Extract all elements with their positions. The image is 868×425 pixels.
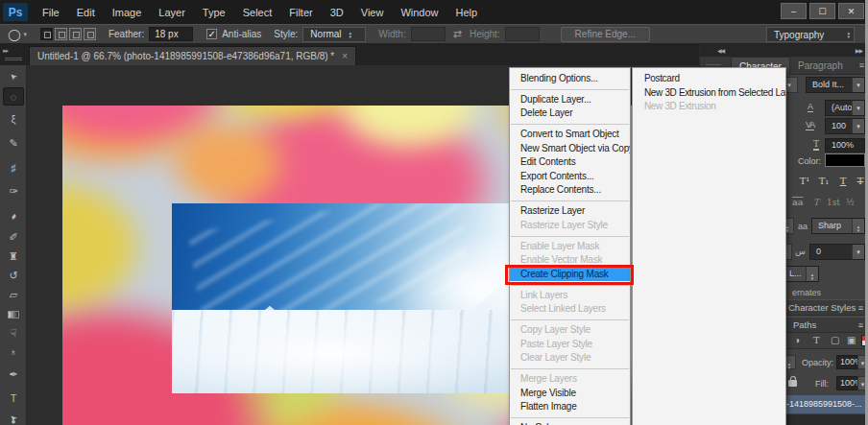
swap-dimensions-icon[interactable]: ⇄ — [453, 28, 462, 40]
panel-menu-icon[interactable]: ≡ — [858, 318, 863, 333]
brush-tool[interactable]: ✐ — [3, 228, 24, 247]
menu-item[interactable]: Blending Options... — [510, 72, 630, 86]
eyedropper-tool[interactable]: ✑ — [3, 182, 24, 201]
dodge-tool[interactable]: ♀ — [3, 343, 24, 362]
menu-type[interactable]: Type — [194, 3, 234, 22]
menu-select[interactable]: Select — [234, 3, 281, 22]
intersect-selection-button[interactable] — [84, 28, 96, 40]
menu-view[interactable]: View — [352, 3, 393, 22]
toolbar-expand-icon[interactable]: ▸▸ — [3, 47, 8, 55]
new-selection-button[interactable] — [40, 28, 53, 40]
middle-east-features-icon: س — [795, 247, 806, 256]
height-input[interactable] — [505, 27, 540, 41]
panel-menu-icon[interactable]: ≡ — [858, 300, 863, 316]
window-controls: – ☐ ✕ — [781, 3, 864, 19]
clone-stamp-tool[interactable]: ♜ — [3, 248, 24, 266]
toolbar-grip[interactable] — [5, 58, 22, 59]
width-label: Width: — [378, 29, 405, 39]
expand-panels-icon[interactable]: ▶▶ — [856, 47, 862, 54]
fractions-button[interactable]: ½ — [846, 198, 855, 207]
menu-item[interactable]: Flatten Image — [510, 400, 630, 414]
width-input[interactable] — [411, 27, 446, 41]
feature-value-dropdown[interactable]: 0 ▾ — [809, 244, 865, 260]
discretionary-ligatures-button[interactable]: T — [813, 198, 819, 207]
menu-bar: File Edit Image Layer Type Select Filter… — [34, 3, 486, 22]
text-color-swatch[interactable] — [825, 153, 865, 167]
language-dropdown[interactable]: L... ▴▾ — [783, 266, 819, 282]
superscript-button[interactable]: T¹ — [796, 175, 813, 188]
add-to-selection-button[interactable] — [55, 28, 67, 40]
eraser-tool[interactable]: ▱ — [3, 286, 24, 304]
anti-alias-dropdown[interactable]: Sharp ▴▾ — [811, 218, 865, 234]
menu-item[interactable]: New Smart Object via Copy — [510, 142, 630, 156]
feather-label: Feather: — [108, 29, 144, 39]
crop-tool[interactable]: ♯ — [3, 158, 24, 177]
minimize-button[interactable]: – — [781, 3, 807, 19]
menu-item[interactable]: Replace Contents... — [510, 183, 630, 198]
menu-image[interactable]: Image — [104, 3, 151, 22]
subscript-button[interactable]: T₁ — [815, 175, 832, 188]
elliptical-marquee-tool[interactable]: ◌ — [3, 87, 24, 106]
refine-edge-button[interactable]: Refine Edge... — [561, 27, 650, 42]
feather-input[interactable]: 18 px — [149, 27, 193, 41]
menu-item[interactable]: New 3D Extrusion from Selected Layer — [633, 86, 785, 101]
tool-preset-picker[interactable]: ◯ ▾ — [8, 28, 27, 41]
adjustment-filter-icon[interactable]: ◑ — [794, 335, 800, 345]
history-brush-tool[interactable]: ↺ — [3, 267, 24, 285]
close-button[interactable]: ✕ — [838, 3, 864, 19]
type-filter-icon[interactable]: T — [813, 335, 820, 345]
workspace-switcher[interactable]: Typography ▴▾ — [766, 27, 855, 42]
menu-item[interactable]: Duplicate Layer... — [510, 93, 630, 107]
menu-edit[interactable]: Edit — [68, 3, 104, 22]
anti-alias-icon: aa — [798, 222, 808, 231]
opacity-input[interactable]: 100% — [836, 355, 857, 369]
menu-item[interactable]: Postcard — [633, 72, 785, 86]
ligatures-button[interactable]: aa — [792, 198, 804, 207]
menu-item[interactable]: Export Contents... — [510, 170, 630, 184]
ellipse-shape-tool[interactable]: ● — [3, 413, 24, 425]
quick-selection-tool[interactable]: ✎ — [3, 134, 24, 153]
menu-item[interactable]: Rasterize Layer — [510, 204, 630, 219]
menu-3d[interactable]: 3D — [322, 3, 352, 22]
menu-item[interactable]: Convert to Smart Object — [510, 128, 630, 142]
ordinals-button[interactable]: 1st — [827, 198, 840, 207]
fill-input[interactable]: 100% — [836, 376, 857, 390]
move-tool[interactable]: ➤ — [3, 67, 24, 85]
collapse-panels-icon[interactable]: ◀◀ — [717, 47, 724, 54]
smudge-tool[interactable]: ☟ — [3, 324, 24, 342]
lasso-tool[interactable]: ξ — [3, 109, 24, 128]
marquee-preset-icon: ◯ — [8, 28, 20, 41]
menu-item[interactable]: No Color — [510, 421, 630, 425]
menu-layer[interactable]: Layer — [150, 3, 194, 22]
vertical-scale-input[interactable]: 100% — [825, 138, 865, 153]
lock-icon[interactable] — [788, 380, 797, 387]
tracking-dropdown[interactable]: 100 ▾ — [825, 118, 865, 134]
restore-button[interactable]: ☐ — [809, 3, 835, 19]
font-style-dropdown[interactable]: Bold It... ▾ — [806, 77, 865, 93]
healing-brush-tool[interactable]: ▰ — [3, 207, 24, 225]
tab-paragraph[interactable]: Paragraph — [790, 57, 851, 75]
menu-help[interactable]: Help — [447, 3, 487, 22]
pen-tool[interactable]: ✒ — [3, 366, 24, 384]
underline-button[interactable]: T — [834, 175, 852, 188]
smart-object-filter-icon[interactable]: ▣ — [847, 335, 856, 345]
menu-item[interactable]: Merge Visible — [510, 387, 630, 401]
type-tool[interactable]: T — [3, 389, 24, 407]
menu-file[interactable]: File — [34, 3, 68, 22]
fill-label: Fill: — [815, 379, 829, 389]
menu-filter[interactable]: Filter — [280, 3, 321, 22]
gradient-tool[interactable] — [3, 305, 24, 323]
menu-item[interactable]: Edit Contents — [510, 155, 630, 170]
leading-dropdown[interactable]: (Auto) ▾ — [825, 100, 865, 116]
subtract-from-selection-button[interactable] — [69, 28, 82, 40]
shape-filter-icon[interactable]: ▢ — [831, 335, 839, 345]
document-tab[interactable]: Untitled-1 @ 66.7% (photo-1418985991508-… — [29, 46, 356, 65]
panel-menu-icon[interactable]: ≡ — [859, 60, 864, 70]
style-dropdown[interactable]: Normal ▴▾ — [302, 27, 366, 42]
close-tab-icon[interactable]: × — [342, 51, 348, 61]
panel-grip[interactable] — [706, 64, 721, 65]
tracking-icon: VA — [806, 120, 814, 130]
anti-alias-checkbox[interactable]: ✓ — [206, 29, 217, 39]
menu-item[interactable]: Delete Layer — [510, 106, 630, 121]
menu-window[interactable]: Window — [392, 3, 446, 22]
